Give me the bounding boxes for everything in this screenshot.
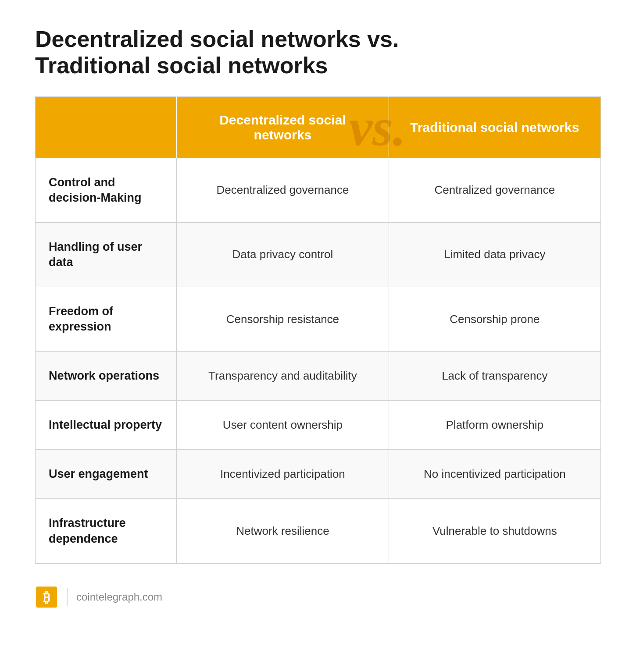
table-row: Intellectual propertyUser content owners… [36, 401, 601, 450]
table-row: Infrastructure dependenceNetwork resilie… [36, 499, 601, 563]
traditional-cell: No incentivized participation [389, 450, 600, 499]
decentralized-cell: Decentralized governance [177, 158, 389, 223]
table-body: Control and decision-MakingDecentralized… [36, 158, 601, 564]
category-cell: Control and decision-Making [36, 158, 177, 223]
traditional-cell: Censorship prone [389, 287, 600, 351]
category-cell: Freedom of expression [36, 287, 177, 351]
decentralized-cell: Censorship resistance [177, 287, 389, 351]
table-row: Handling of user dataData privacy contro… [36, 222, 601, 287]
decentralized-cell: Transparency and auditability [177, 352, 389, 401]
category-cell: Infrastructure dependence [36, 499, 177, 563]
page-title: Decentralized social networks vs. Tradit… [35, 26, 430, 79]
table-row: Freedom of expressionCensorship resistan… [36, 287, 601, 351]
footer-divider [67, 588, 68, 606]
comparison-table: Decentralized social networks vs. Tradit… [35, 96, 601, 564]
decentralized-cell: Network resilience [177, 499, 389, 563]
category-cell: User engagement [36, 450, 177, 499]
category-cell: Handling of user data [36, 222, 177, 287]
traditional-cell: Vulnerable to shutdowns [389, 499, 600, 563]
category-cell: Intellectual property [36, 401, 177, 450]
table-row: User engagementIncentivized participatio… [36, 450, 601, 499]
col1-header [36, 96, 177, 158]
decentralized-cell: Data privacy control [177, 222, 389, 287]
col3-header: Traditional social networks [389, 96, 600, 158]
footer: ₿ cointelegraph.com [35, 586, 601, 608]
traditional-cell: Centralized governance [389, 158, 600, 223]
footer-url: cointelegraph.com [76, 591, 162, 603]
traditional-cell: Platform ownership [389, 401, 600, 450]
table-row: Network operationsTransparency and audit… [36, 352, 601, 401]
svg-text:₿: ₿ [43, 590, 50, 605]
col2-header: Decentralized social networks vs. [177, 96, 389, 158]
table-row: Control and decision-MakingDecentralized… [36, 158, 601, 223]
traditional-cell: Lack of transparency [389, 352, 600, 401]
decentralized-cell: User content ownership [177, 401, 389, 450]
category-cell: Network operations [36, 352, 177, 401]
cointelegraph-logo: ₿ [35, 586, 58, 608]
table-header-row: Decentralized social networks vs. Tradit… [36, 96, 601, 158]
traditional-cell: Limited data privacy [389, 222, 600, 287]
decentralized-cell: Incentivized participation [177, 450, 389, 499]
